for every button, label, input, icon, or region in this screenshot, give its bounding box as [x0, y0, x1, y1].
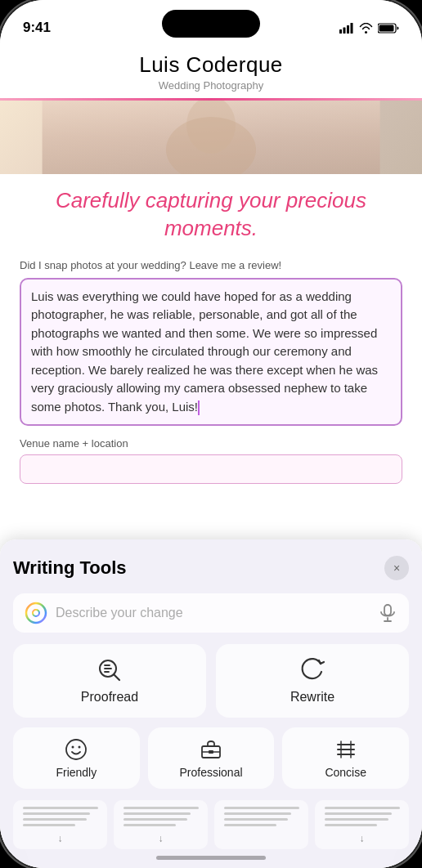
microphone-icon[interactable] — [378, 603, 397, 623]
svg-point-7 — [166, 117, 256, 174]
venue-section: Venue name + location — [0, 431, 422, 489]
bottom-card-1[interactable]: ↓ — [13, 800, 107, 849]
svg-rect-12 — [384, 605, 391, 615]
bottom-card-2-arrow: ↓ — [159, 833, 164, 844]
svg-rect-0 — [339, 29, 342, 34]
venue-label: Venue name + location — [20, 437, 402, 450]
tagline-section: Carefully capturing your precious moment… — [0, 174, 422, 253]
friendly-icon — [65, 738, 88, 761]
svg-rect-25 — [209, 750, 213, 754]
signal-icon — [339, 23, 354, 34]
page-subtitle: Wedding Photography — [16, 79, 406, 92]
professional-icon — [200, 738, 222, 761]
review-label: Did I snap photos at your wedding? Leave… — [20, 259, 402, 271]
home-indicator — [156, 856, 266, 860]
photo-shape — [129, 101, 293, 174]
writing-tools-title: Writing Tools — [13, 557, 127, 579]
concise-button[interactable]: Concise — [282, 727, 409, 789]
bottom-card-1-arrow: ↓ — [58, 833, 63, 844]
close-icon: × — [393, 562, 400, 575]
concise-label: Concise — [325, 766, 366, 779]
bottom-cards-row: ↓ ↓ — [13, 800, 409, 849]
writing-tools-close-button[interactable]: × — [384, 556, 409, 580]
rewrite-label: Rewrite — [290, 690, 334, 705]
wedding-photo — [0, 101, 422, 174]
page-title: Luis Coderque — [16, 52, 406, 78]
svg-point-22 — [79, 745, 81, 748]
writing-tools-icon — [25, 602, 47, 624]
bottom-card-4-arrow: ↓ — [360, 833, 365, 844]
bottom-card-2[interactable]: ↓ — [114, 800, 208, 849]
proofread-button[interactable]: Proofread — [13, 644, 206, 718]
status-icons — [339, 23, 399, 34]
status-time: 9:41 — [23, 20, 51, 36]
page-header: Luis Coderque Wedding Photography — [0, 44, 422, 98]
svg-rect-5 — [379, 25, 394, 31]
rewrite-icon — [299, 657, 325, 683]
tool-buttons-row-1: Proofread Rewrite — [13, 644, 409, 718]
friendly-label: Friendly — [56, 766, 97, 779]
concise-icon — [334, 738, 357, 761]
svg-point-11 — [33, 610, 39, 616]
text-cursor — [198, 400, 200, 415]
svg-rect-1 — [343, 27, 346, 34]
review-content: Luis was everything we could have hoped … — [31, 289, 378, 414]
svg-rect-3 — [351, 23, 353, 34]
wifi-icon — [359, 23, 373, 34]
proofread-icon — [97, 657, 123, 683]
svg-line-16 — [114, 674, 119, 680]
search-bar[interactable]: Describe your change — [13, 593, 409, 633]
review-textarea[interactable]: Luis was everything we could have hoped … — [20, 278, 402, 427]
friendly-button[interactable]: Friendly — [13, 727, 140, 789]
tool-buttons-row-2: Friendly Professional — [13, 727, 409, 789]
content-area: Luis Coderque Wedding Photography Carefu… — [0, 44, 422, 868]
battery-icon — [378, 23, 399, 34]
professional-label: Professional — [179, 766, 242, 779]
svg-point-21 — [72, 745, 74, 748]
dynamic-island — [162, 10, 260, 38]
rewrite-button[interactable]: Rewrite — [216, 644, 409, 718]
tagline-text: Carefully capturing your precious moment… — [25, 187, 397, 243]
phone-frame: 9:41 Luis — [0, 0, 422, 868]
bottom-card-3[interactable] — [214, 800, 308, 849]
review-section: Did I snap photos at your wedding? Leave… — [0, 253, 422, 432]
writing-tools-panel: Writing Tools × — [0, 539, 422, 868]
proofread-label: Proofread — [81, 690, 138, 705]
svg-rect-2 — [347, 25, 349, 34]
professional-button[interactable]: Professional — [148, 727, 275, 789]
svg-point-10 — [26, 603, 46, 623]
search-placeholder: Describe your change — [56, 606, 370, 620]
venue-input[interactable] — [20, 454, 402, 484]
writing-tools-header: Writing Tools × — [13, 556, 409, 580]
bottom-card-4[interactable]: ↓ — [315, 800, 409, 849]
svg-point-20 — [66, 740, 86, 759]
